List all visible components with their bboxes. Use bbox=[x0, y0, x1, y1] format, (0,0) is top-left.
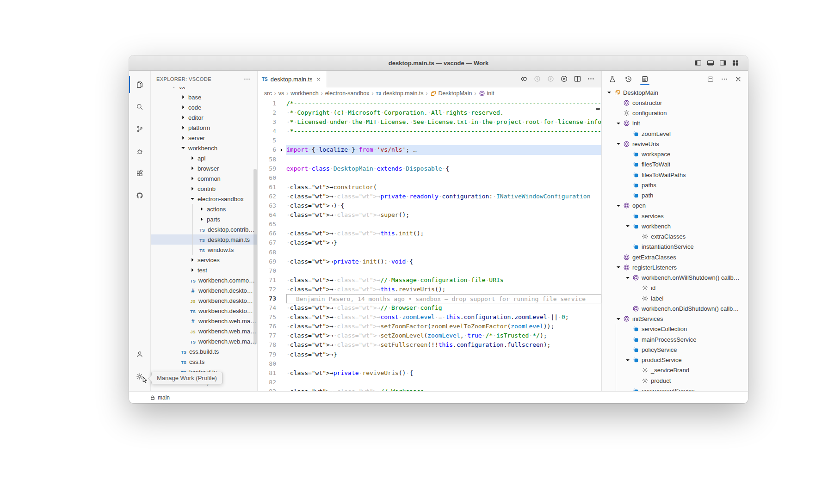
code-line-83[interactable]: 83·class="wt">→·class="wt">→//·Workspace bbox=[258, 387, 601, 391]
explorer-folder-server[interactable]: server bbox=[151, 133, 257, 143]
outline-item-filesToWait[interactable]: filesToWait bbox=[602, 160, 748, 170]
code-line-6[interactable]: 6import·{·localize·}·from·'vs/nls'; … bbox=[258, 145, 601, 154]
title-bar[interactable]: desktop.main.ts — vscode — Work bbox=[129, 55, 748, 71]
secondary-tab-outline[interactable] bbox=[640, 73, 650, 86]
gutter[interactable]: 5 bbox=[258, 136, 286, 145]
chevron-down-icon[interactable] bbox=[615, 120, 622, 127]
explorer-file-item[interactable]: TS bbox=[151, 387, 257, 391]
code-line-70[interactable]: 70 bbox=[258, 266, 601, 276]
go-back-button[interactable] bbox=[519, 74, 528, 84]
code-line-59[interactable]: 59export·class·DesktopMain·extends·Dispo… bbox=[258, 164, 601, 173]
gutter[interactable]: 58 bbox=[258, 155, 286, 164]
code-line-67[interactable]: 67·class="wt">→} bbox=[258, 238, 601, 247]
toggle-layout-bottom-button[interactable] bbox=[706, 59, 715, 67]
code-line-2[interactable]: 2·*·Copyright·(c)·Microsoft·Corporation.… bbox=[258, 108, 601, 117]
chevron-down-icon[interactable] bbox=[605, 89, 613, 96]
gutter[interactable]: 82 bbox=[258, 378, 286, 387]
outline-item-environmentService[interactable]: environmentService bbox=[602, 386, 748, 391]
gutter[interactable]: 79 bbox=[258, 350, 286, 359]
code-line-79[interactable]: 79·class="wt">→} bbox=[258, 350, 601, 359]
gutter[interactable]: 6 bbox=[258, 145, 286, 154]
code-line-81[interactable]: 81·class="wt">→private·reviveUris()·{ bbox=[258, 369, 601, 378]
code-line-5[interactable]: 5 bbox=[258, 136, 601, 145]
fold-chevron-icon[interactable] bbox=[276, 147, 286, 153]
outline-item-filesToWaitPaths[interactable]: filesToWaitPaths bbox=[602, 170, 748, 180]
chevron-down-icon[interactable] bbox=[615, 141, 622, 147]
explorer-folder-services[interactable]: services bbox=[151, 255, 257, 265]
chevron-down-icon[interactable] bbox=[624, 275, 631, 281]
chevron-down-icon[interactable] bbox=[615, 203, 622, 209]
gutter[interactable]: 63 bbox=[258, 201, 286, 210]
code-line-78[interactable]: 78·class="wt">→·class="wt">→setFullscree… bbox=[258, 340, 601, 350]
run-button[interactable] bbox=[559, 74, 568, 84]
explorer-folder-api[interactable]: api bbox=[151, 153, 257, 163]
outline-item-label[interactable]: label bbox=[602, 293, 748, 303]
gutter[interactable]: 68 bbox=[258, 248, 286, 257]
more-button[interactable] bbox=[720, 75, 729, 84]
split-editor-button[interactable] bbox=[573, 74, 582, 84]
status-branch[interactable]: main bbox=[149, 394, 170, 401]
code-editor[interactable]: 1/*-------------------------------------… bbox=[258, 99, 601, 391]
outline-item-configuration[interactable]: configuration bbox=[602, 108, 748, 118]
explorer-file-workbench.web.ma…[interactable]: TSworkbench.web.ma… bbox=[151, 336, 257, 346]
explorer-file-workbench.deskto…[interactable]: #workbench.deskto… bbox=[151, 285, 257, 295]
explorer-folder-workbench[interactable]: workbench bbox=[151, 143, 257, 153]
gutter[interactable]: 66 bbox=[258, 229, 286, 238]
gutter[interactable]: 78 bbox=[258, 340, 286, 350]
outline-item-init[interactable]: init bbox=[602, 118, 748, 129]
gutter[interactable]: 69 bbox=[258, 257, 286, 266]
breadcrumb-desktop.main.ts[interactable]: TSdesktop.main.ts bbox=[376, 90, 424, 97]
outline-item-extraClasses[interactable]: extraClasses bbox=[602, 232, 748, 242]
explorer-file-workbench.commo…[interactable]: TSworkbench.commo… bbox=[151, 275, 257, 285]
activity-source-control[interactable] bbox=[129, 118, 151, 140]
next-change-button[interactable] bbox=[546, 74, 555, 84]
close-button[interactable] bbox=[734, 75, 742, 84]
breadcrumb-electron-sandbox[interactable]: electron-sandbox bbox=[325, 90, 370, 97]
explorer-file-window.ts[interactable]: TSwindow.ts bbox=[151, 245, 257, 255]
activity-run-and-debug[interactable] bbox=[129, 140, 151, 162]
code-line-65[interactable]: 65 bbox=[258, 220, 601, 229]
explorer-folder-common[interactable]: common bbox=[151, 173, 257, 184]
previous-change-button[interactable] bbox=[532, 74, 542, 84]
code-line-80[interactable]: 80 bbox=[258, 359, 601, 369]
outline-item-_serviceBrand[interactable]: _serviceBrand bbox=[602, 365, 748, 375]
collapse-all-button[interactable] bbox=[706, 75, 715, 84]
code-line-68[interactable]: 68 bbox=[258, 248, 601, 257]
breadcrumb-vs[interactable]: vs bbox=[278, 90, 284, 97]
outline-item-workspace[interactable]: workspace bbox=[602, 149, 748, 160]
activity-github[interactable] bbox=[129, 184, 151, 207]
explorer-folder-electron-sandbox[interactable]: electron-sandbox bbox=[151, 194, 257, 204]
gutter[interactable]: 2 bbox=[258, 108, 286, 117]
gutter[interactable]: 3 bbox=[258, 117, 286, 127]
code-line-69[interactable]: 69·class="wt">→private·init():·void·{ bbox=[258, 257, 601, 266]
outline-item-workbench.onDidShutdown() callb…[interactable]: workbench.onDidShutdown() callb… bbox=[602, 303, 748, 313]
more-actions-button[interactable] bbox=[586, 74, 595, 84]
breadcrumb-src[interactable]: src bbox=[264, 90, 272, 97]
explorer-more-button[interactable] bbox=[242, 74, 252, 84]
breadcrumb-workbench[interactable]: workbench bbox=[290, 90, 318, 97]
gutter[interactable]: 60 bbox=[258, 173, 286, 183]
code-line-74[interactable]: 74·class="wt">→·class="wt">→//·Browser·c… bbox=[258, 303, 601, 313]
tab-desktop-main-ts[interactable]: TS desktop.main.ts bbox=[258, 71, 327, 87]
code-line-62[interactable]: 62·class="wt">→·class="wt">→private·read… bbox=[258, 192, 601, 201]
activity-extensions[interactable] bbox=[129, 162, 151, 184]
explorer-folder-vs[interactable]: vs bbox=[151, 87, 257, 92]
explorer-file-workbench.deskto…[interactable]: JSworkbench.deskto… bbox=[151, 295, 257, 306]
gutter[interactable]: 1 bbox=[258, 99, 286, 108]
code-line-1[interactable]: 1/*-------------------------------------… bbox=[258, 99, 601, 108]
code-line-82[interactable]: 82 bbox=[258, 378, 601, 387]
explorer-file-css.build.ts[interactable]: TScss.build.ts bbox=[151, 346, 257, 356]
outline-item-productService[interactable]: productService bbox=[602, 355, 748, 365]
explorer-folder-editor[interactable]: editor bbox=[151, 112, 257, 123]
outline-item-constructor[interactable]: constructor bbox=[602, 98, 748, 108]
outline-item-initServices[interactable]: initServices bbox=[602, 314, 748, 324]
explorer-folder-platform[interactable]: platform bbox=[151, 123, 257, 133]
gutter[interactable]: 62 bbox=[258, 192, 286, 201]
gutter[interactable]: 73 bbox=[258, 294, 286, 303]
gutter[interactable]: 80 bbox=[258, 359, 286, 369]
gutter[interactable]: 74 bbox=[258, 303, 286, 313]
gutter[interactable]: 67 bbox=[258, 238, 286, 247]
code-line-77[interactable]: 77·class="wt">→·class="wt">→setZoomLevel… bbox=[258, 331, 601, 340]
explorer-folder-parts[interactable]: parts bbox=[151, 214, 257, 224]
tab-close-button[interactable] bbox=[315, 75, 322, 83]
